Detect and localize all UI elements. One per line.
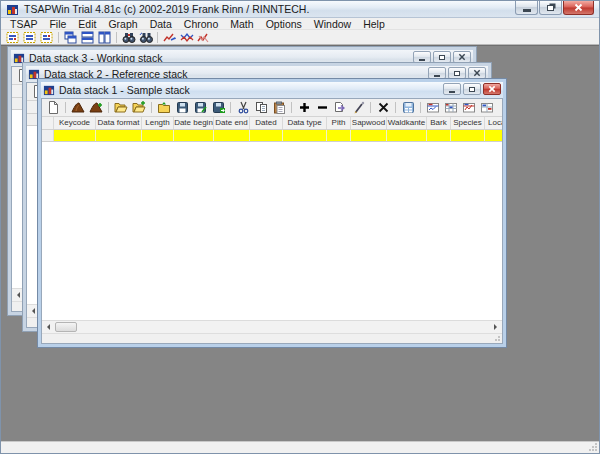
menu-math[interactable]: Math — [224, 18, 259, 30]
app-titlebar[interactable]: TSAPWin Trial 4.81c (c) 2002-2019 Frank … — [1, 1, 599, 18]
menu-graph[interactable]: Graph — [102, 18, 143, 30]
table-cell[interactable] — [387, 130, 427, 141]
tile-vertical-icon — [98, 31, 111, 44]
delete-row-button[interactable] — [374, 100, 392, 116]
crossdate-graph-1-button[interactable] — [161, 30, 178, 45]
restore-button[interactable] — [539, 1, 562, 15]
stack-window-2-icon — [23, 31, 36, 44]
table-body[interactable] — [42, 142, 502, 320]
minimize-icon — [523, 9, 531, 12]
table-cell[interactable] — [351, 130, 387, 141]
table-selected-row[interactable] — [42, 130, 502, 142]
crossdate-graph-3-button[interactable] — [195, 30, 212, 45]
window-data-stack-1[interactable]: Data stack 1 - Sample stack — [37, 78, 507, 348]
table-cell[interactable] — [451, 130, 485, 141]
add-tree-button[interactable] — [87, 100, 105, 116]
table-cell[interactable] — [283, 130, 327, 141]
close-button[interactable] — [483, 83, 501, 95]
column-header-dated[interactable]: Dated — [250, 117, 283, 129]
restore-button[interactable] — [463, 83, 481, 95]
table-report-3-button[interactable] — [460, 100, 478, 116]
search-all-stacks-button[interactable] — [137, 30, 154, 45]
resize-grip-icon[interactable] — [492, 333, 501, 342]
import-tree-button[interactable] — [69, 100, 87, 116]
column-header-pith[interactable]: Pith — [327, 117, 351, 129]
menu-chrono[interactable]: Chrono — [178, 18, 224, 30]
table-cell[interactable] — [174, 130, 214, 141]
table-report-2-icon — [444, 101, 458, 114]
column-header-waldkante[interactable]: Waldkante — [387, 117, 427, 129]
column-header-dataformat[interactable]: Data format — [96, 117, 142, 129]
paste-icon — [273, 101, 286, 114]
horizontal-scrollbar[interactable] — [42, 320, 502, 333]
app-window: TSAPWin Trial 4.81c (c) 2002-2019 Frank … — [0, 0, 600, 454]
scroll-left-button[interactable] — [42, 321, 54, 333]
menu-tsap[interactable]: TSAP — [4, 18, 43, 30]
table-report-4-button[interactable] — [478, 100, 496, 116]
column-header-dateend[interactable]: Date end — [214, 117, 250, 129]
column-header-species[interactable]: Species — [451, 117, 485, 129]
stack-window-2-button[interactable] — [21, 30, 38, 45]
table-report-2-button[interactable] — [442, 100, 460, 116]
save-button[interactable] — [173, 100, 191, 116]
table-corner-cell[interactable] — [42, 117, 54, 129]
cut-button[interactable] — [234, 100, 252, 116]
column-header-datatype[interactable]: Data type — [283, 117, 327, 129]
crossdate-graph-2-button[interactable] — [178, 30, 195, 45]
table-cell[interactable] — [142, 130, 174, 141]
search-stack-button[interactable] — [120, 30, 137, 45]
collect-folder-button[interactable] — [155, 100, 173, 116]
table-cell[interactable] — [485, 130, 502, 141]
cascade-windows-icon — [64, 31, 77, 44]
table-cell[interactable] — [427, 130, 451, 141]
column-header-datebegin[interactable]: Date begin — [174, 117, 214, 129]
scroll-right-button[interactable] — [490, 321, 502, 333]
save-export-button[interactable] — [209, 100, 227, 116]
stack-window-3-button[interactable] — [38, 30, 55, 45]
new-stack-button[interactable] — [44, 100, 62, 116]
stack-window-1-button[interactable] — [4, 30, 21, 45]
minimize-icon — [419, 59, 425, 61]
tile-vertical-button[interactable] — [96, 30, 113, 45]
row-header-cell[interactable] — [42, 130, 54, 141]
column-header-bark[interactable]: Bark — [427, 117, 451, 129]
column-header-keycode[interactable]: Keycode — [54, 117, 96, 129]
menu-options[interactable]: Options — [260, 18, 308, 30]
cascade-windows-button[interactable] — [62, 30, 79, 45]
close-button[interactable] — [563, 1, 594, 15]
toolbar-separator — [151, 102, 152, 113]
save-edit-button[interactable] — [191, 100, 209, 116]
column-header-sapwood[interactable]: Sapwood — [351, 117, 387, 129]
window-titlebar[interactable]: Data stack 1 - Sample stack — [41, 82, 503, 98]
open-file-button[interactable] — [112, 100, 130, 116]
minimize-button[interactable] — [515, 1, 538, 15]
resize-grip-icon[interactable] — [588, 442, 598, 452]
send-row-button[interactable] — [331, 100, 349, 116]
table-cell[interactable] — [214, 130, 250, 141]
remove-row-button[interactable] — [313, 100, 331, 116]
open-add-button[interactable] — [130, 100, 148, 116]
scrollbar-thumb[interactable] — [55, 322, 77, 332]
table-cell[interactable] — [327, 130, 351, 141]
table-cell[interactable] — [250, 130, 283, 141]
add-row-button[interactable] — [295, 100, 313, 116]
column-header-length[interactable]: Length — [142, 117, 174, 129]
tile-horizontal-button[interactable] — [79, 30, 96, 45]
menu-file[interactable]: File — [43, 18, 72, 30]
paste-button[interactable] — [270, 100, 288, 116]
table-cell[interactable] — [96, 130, 142, 141]
arrow-right-icon — [494, 324, 500, 330]
menu-window[interactable]: Window — [308, 18, 357, 30]
save-table-button[interactable] — [399, 100, 417, 116]
menu-edit[interactable]: Edit — [72, 18, 102, 30]
menu-help[interactable]: Help — [357, 18, 391, 30]
edit-row-button[interactable] — [349, 100, 367, 116]
table-report-1-button[interactable] — [424, 100, 442, 116]
table-cell[interactable] — [54, 130, 96, 141]
stack-toolbar — [42, 99, 502, 117]
minimize-button[interactable] — [443, 83, 461, 95]
menu-data[interactable]: Data — [144, 18, 178, 30]
copy-button[interactable] — [252, 100, 270, 116]
column-header-location[interactable]: Location — [485, 117, 502, 129]
arrow-left-icon — [14, 292, 20, 298]
